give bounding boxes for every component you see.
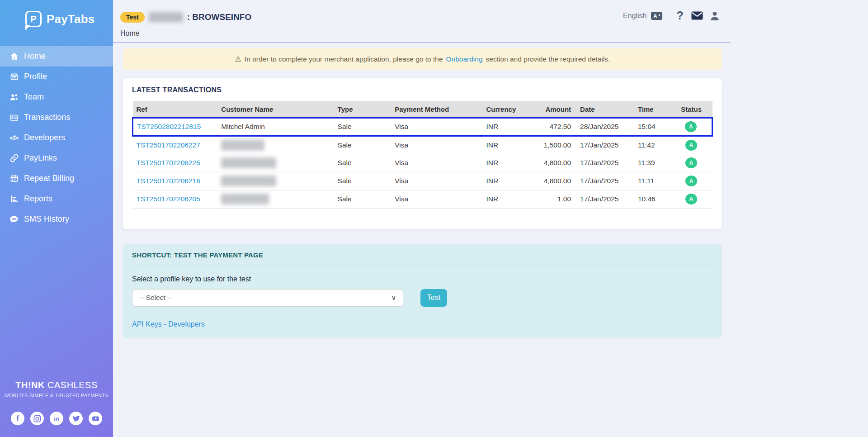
linkedin-icon[interactable]: in	[50, 412, 63, 425]
test-button[interactable]: Test	[420, 289, 447, 307]
sidebar-item-label: SMS History	[24, 214, 69, 224]
onboarding-link[interactable]: Onboarding	[446, 55, 483, 63]
amount: 4,800.00	[531, 154, 576, 172]
table-row[interactable]: TST2501702206225 Sale Visa INR 4,800.00 …	[133, 154, 712, 172]
col-time: Time	[634, 101, 670, 118]
sidebar-nav: Home Profile Team $	[0, 46, 113, 229]
mail-icon[interactable]	[691, 11, 703, 20]
transaction-ref-link[interactable]: TST2501702206216	[137, 177, 200, 185]
warning-icon: ⚠	[235, 55, 241, 63]
amount: 472.50	[531, 118, 576, 136]
transaction-ref-link[interactable]: TST2502802212815	[137, 123, 201, 130]
sidebar-item-paylinks[interactable]: PayLinks	[0, 148, 113, 168]
facebook-icon[interactable]: f	[11, 412, 24, 425]
date: 17/Jan/2025	[576, 154, 634, 172]
user-icon[interactable]	[710, 11, 720, 21]
time: 11:42	[634, 136, 670, 154]
banner-text-after: section and provide the required details…	[486, 55, 610, 63]
transaction-ref-link[interactable]: TST2501702206227	[137, 141, 200, 149]
txn-type: Sale	[334, 118, 392, 136]
profile-key-label: Select a profile key to use for the test	[132, 275, 713, 283]
brand-tagline: WORLD'S SIMPLE & TRUSTED PAYMENTS	[0, 393, 113, 398]
customer-name-redacted	[217, 136, 334, 154]
paylinks-icon	[9, 153, 19, 163]
sidebar-item-reports[interactable]: Reports	[0, 189, 113, 209]
developers-icon: </>	[9, 133, 19, 143]
sms-glyph: SMS	[11, 217, 17, 220]
sidebar-item-repeat-billing[interactable]: Repeat Billing	[0, 168, 113, 189]
translate-icon[interactable]: A	[651, 11, 663, 21]
sms-history-icon: SMS	[9, 214, 19, 224]
sidebar-item-team[interactable]: Team	[0, 87, 113, 107]
svg-text:A: A	[653, 13, 657, 19]
profile-key-select[interactable]: -- Select -- ∨	[132, 289, 403, 307]
twitter-icon[interactable]	[69, 412, 83, 425]
sidebar-item-label: Home	[24, 52, 46, 61]
team-icon	[9, 92, 19, 102]
date: 17/Jan/2025	[576, 136, 634, 154]
col-type: Type	[334, 101, 392, 118]
onboarding-warning-banner: ⚠ In order to complete your merchant app…	[123, 48, 722, 70]
breadcrumb[interactable]: Home	[120, 29, 868, 38]
reports-icon	[9, 194, 19, 204]
table-row[interactable]: TST2501702206216 Sale Visa INR 4,800.00 …	[133, 172, 712, 190]
sidebar: P PayTabs Home Profile Team	[0, 0, 113, 437]
help-icon[interactable]: ?	[676, 9, 683, 22]
txn-type: Sale	[334, 190, 392, 208]
youtube-icon[interactable]	[89, 412, 102, 425]
brand-block: TH!NK CASHLESS WORLD'S SIMPLE & TRUSTED …	[0, 380, 113, 398]
customer-name: Mitchel Admin	[217, 118, 334, 136]
customer-name-redacted	[217, 190, 334, 208]
brand-slogan: TH!NK CASHLESS	[0, 380, 113, 390]
merchant-name-redacted	[149, 12, 183, 22]
amount: 1,500.00	[531, 136, 576, 154]
instagram-icon[interactable]	[30, 412, 44, 425]
date: 28/Jan/2025	[576, 118, 634, 136]
test-mode-badge: Test	[120, 12, 145, 23]
sidebar-item-developers[interactable]: </> Developers	[0, 128, 113, 148]
transaction-ref-link[interactable]: TST2501702206205	[137, 195, 200, 203]
shortcut-title: SHORTCUT: TEST THE PAYMENT PAGE	[132, 251, 713, 259]
status-badge: A	[685, 140, 697, 151]
sidebar-item-sms-history[interactable]: SMS SMS History	[0, 209, 113, 229]
sidebar-item-label: Reports	[24, 194, 52, 204]
chevron-down-icon: ∨	[392, 294, 396, 301]
sidebar-item-home[interactable]: Home	[0, 46, 113, 66]
sidebar-item-label: Repeat Billing	[24, 174, 74, 183]
time: 10:46	[634, 190, 670, 208]
table-header-row: Ref Customer Name Type Payment Method Cu…	[133, 101, 712, 118]
currency: INR	[482, 190, 531, 208]
code-glyph: </>	[10, 134, 19, 142]
status-badge: A	[685, 121, 697, 132]
sidebar-item-profile[interactable]: Profile	[0, 66, 113, 87]
payment-method: Visa	[391, 190, 482, 208]
table-row[interactable]: TST2502802212815 Mitchel Admin Sale Visa…	[133, 118, 712, 136]
date: 17/Jan/2025	[576, 190, 634, 208]
txn-type: Sale	[334, 136, 392, 154]
logo-p-glyph: P	[30, 14, 36, 24]
status-badge: A	[685, 176, 697, 186]
sidebar-item-label: Team	[24, 92, 44, 102]
page-title: : BROWSEINFO	[187, 12, 252, 22]
amount: 4,800.00	[531, 172, 576, 190]
language-selector[interactable]: English	[623, 12, 646, 20]
sidebar-item-transactions[interactable]: $ Transactions	[0, 107, 113, 128]
table-row[interactable]: TST2501702206227 Sale Visa INR 1,500.00 …	[133, 136, 712, 154]
paytabs-logo[interactable]: P PayTabs	[0, 0, 113, 27]
select-row: -- Select -- ∨ Test	[132, 289, 713, 307]
api-keys-developers-link[interactable]: API Keys - Developers	[132, 320, 205, 328]
payment-test-shortcut-card: SHORTCUT: TEST THE PAYMENT PAGE Select a…	[123, 244, 722, 338]
sidebar-item-label: Developers	[24, 133, 65, 142]
col-date: Date	[576, 101, 634, 118]
payment-method: Visa	[391, 172, 482, 190]
topbar-actions: English A ?	[623, 9, 720, 22]
col-customer: Customer Name	[217, 101, 334, 118]
time: 15:04	[634, 118, 670, 136]
status-badge: A	[685, 194, 697, 204]
brand-slogan-regular: CASHLESS	[47, 380, 98, 390]
banner-text-before: In order to complete your merchant appli…	[245, 55, 443, 63]
sidebar-item-label: Transactions	[24, 113, 70, 122]
home-icon	[9, 52, 19, 62]
transaction-ref-link[interactable]: TST2501702206225	[137, 159, 200, 166]
table-row[interactable]: TST2501702206205 Sale Visa INR 1.00 17/J…	[133, 190, 712, 208]
